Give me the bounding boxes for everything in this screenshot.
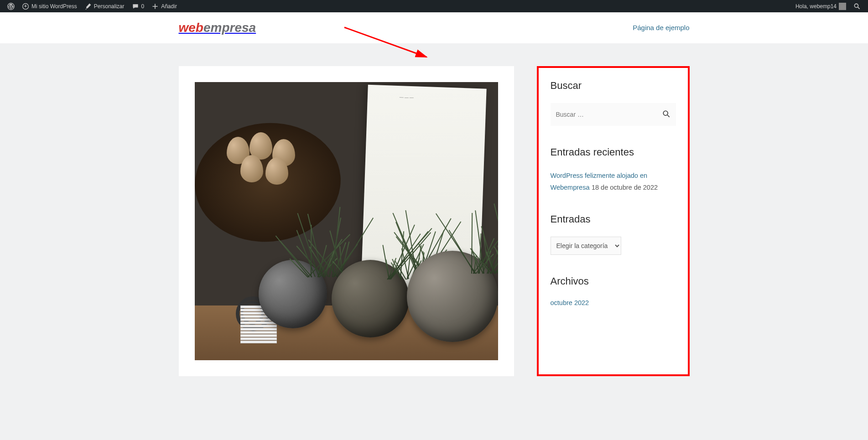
archives-title: Archivos <box>551 275 676 287</box>
search-submit-button[interactable] <box>662 110 670 119</box>
site-name-label: Mi sitio WordPress <box>31 3 77 10</box>
categories-title: Entradas <box>551 213 676 225</box>
greeting-label: Hola, webemp14 <box>795 3 837 10</box>
wordpress-icon <box>7 3 15 10</box>
archives-widget: Archivos octubre 2022 <box>551 275 676 307</box>
recent-posts-widget: Entradas recientes WordPress felizmente … <box>551 146 676 193</box>
add-new-menu[interactable]: Añadir <box>148 3 181 10</box>
sidebar: Buscar Entradas recientes WordPress feli… <box>537 66 690 376</box>
recent-post-item: WordPress felizmente alojado en Webempre… <box>551 170 676 193</box>
search-widget-title: Buscar <box>551 80 676 92</box>
site-header: webempresa Página de ejemplo <box>0 12 868 43</box>
user-menu[interactable]: Hola, webemp14 <box>792 3 850 10</box>
search-widget: Buscar <box>551 80 676 126</box>
wp-logo-menu[interactable] <box>4 3 18 10</box>
archive-link[interactable]: octubre 2022 <box>551 299 589 306</box>
comments-menu[interactable]: 0 <box>128 3 148 10</box>
svg-point-2 <box>854 4 858 7</box>
main-nav: Página de ejemplo <box>633 24 689 32</box>
recent-post-date: 18 de octubre de 2022 <box>592 184 658 191</box>
search-input[interactable] <box>556 111 662 118</box>
comment-icon <box>132 3 139 10</box>
site-logo[interactable]: webempresa <box>179 21 256 35</box>
wp-admin-bar: Mi sitio WordPress Personalizar 0 Añadir… <box>0 0 868 12</box>
featured-image: ——— <box>195 82 498 360</box>
comments-count: 0 <box>141 3 145 10</box>
category-select[interactable]: Elegir la categoría <box>551 237 621 255</box>
svg-point-4 <box>663 111 668 115</box>
brush-icon <box>84 3 92 10</box>
customize-label: Personalizar <box>94 3 125 10</box>
user-avatar-icon <box>839 3 846 10</box>
search-icon <box>662 110 670 118</box>
main-content: ——— <box>179 66 514 376</box>
search-icon <box>853 3 861 10</box>
customize-menu[interactable]: Personalizar <box>81 3 128 10</box>
logo-part1: web <box>179 21 203 35</box>
site-name-menu[interactable]: Mi sitio WordPress <box>18 3 81 10</box>
admin-search-toggle[interactable] <box>850 3 864 10</box>
logo-part2: empresa <box>203 21 256 35</box>
recent-posts-title: Entradas recientes <box>551 146 676 158</box>
plus-icon <box>151 3 159 10</box>
categories-widget: Entradas Elegir la categoría <box>551 213 676 255</box>
nav-sample-page[interactable]: Página de ejemplo <box>633 24 689 31</box>
add-new-label: Añadir <box>161 3 177 10</box>
dashboard-icon <box>22 3 29 10</box>
